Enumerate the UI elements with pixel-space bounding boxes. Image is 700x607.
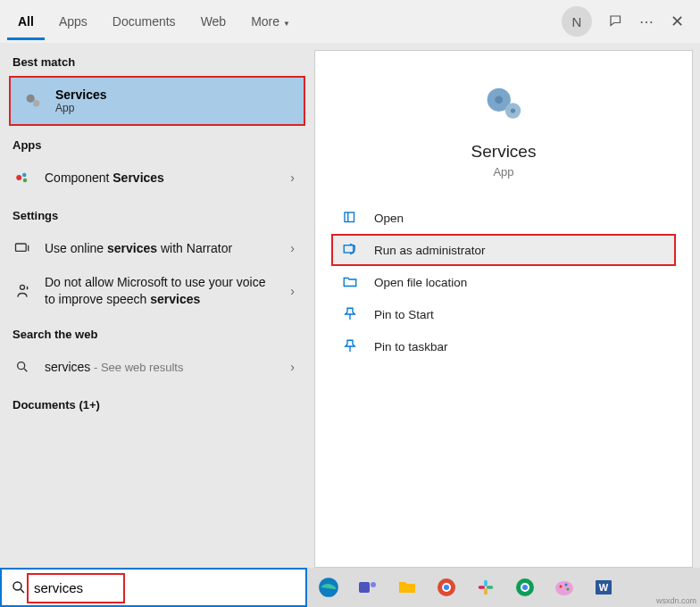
speech-icon xyxy=(12,281,32,301)
result-narrator-services[interactable]: Use online services with Narrator › xyxy=(0,229,307,267)
preview-panel: Services App Open Run as administrator O… xyxy=(314,50,693,568)
search-input[interactable] xyxy=(34,580,296,595)
action-open[interactable]: Open xyxy=(315,202,692,234)
watermark: wsxdn.com xyxy=(656,596,696,605)
preview-title: Services xyxy=(315,142,692,162)
svg-point-7 xyxy=(18,362,25,370)
svg-point-28 xyxy=(555,581,573,595)
section-apps: Apps xyxy=(0,126,307,159)
pin-taskbar-icon xyxy=(342,338,358,354)
svg-rect-16 xyxy=(359,582,370,593)
chevron-right-icon: › xyxy=(290,170,295,185)
section-settings: Settings xyxy=(0,196,307,229)
search-header: All Apps Documents Web More▼ N ⋯ ✕ xyxy=(0,0,700,43)
result-component-services[interactable]: Component Services › xyxy=(0,159,307,196)
svg-point-2 xyxy=(16,175,21,180)
svg-rect-22 xyxy=(479,586,485,589)
taskbar-teams[interactable] xyxy=(350,571,386,603)
tab-more[interactable]: More▼ xyxy=(240,4,301,40)
svg-point-29 xyxy=(560,586,562,588)
svg-text:W: W xyxy=(599,582,609,593)
feedback-icon[interactable] xyxy=(601,13,631,29)
taskbar-slack[interactable] xyxy=(468,571,504,603)
preview-subtitle: App xyxy=(315,165,692,179)
results-panel: Best match Services App Apps Component S… xyxy=(0,43,307,568)
taskbar-chrome[interactable] xyxy=(429,571,464,603)
svg-point-30 xyxy=(565,584,568,586)
taskbar-paint[interactable] xyxy=(546,571,582,603)
svg-rect-5 xyxy=(16,244,27,251)
section-web: Search the web xyxy=(0,315,307,348)
best-match-title: Services xyxy=(55,87,107,102)
chevron-right-icon: › xyxy=(290,241,295,255)
svg-rect-24 xyxy=(487,586,493,589)
services-app-icon xyxy=(479,79,529,129)
tab-documents[interactable]: Documents xyxy=(102,4,187,40)
svg-rect-23 xyxy=(484,588,488,595)
search-icon xyxy=(12,357,32,377)
taskbar: W xyxy=(307,568,700,607)
svg-rect-21 xyxy=(484,580,488,586)
action-pin-start[interactable]: Pin to Start xyxy=(315,298,692,330)
admin-icon xyxy=(342,242,358,258)
open-icon xyxy=(342,210,358,226)
best-match-services[interactable]: Services App xyxy=(9,76,305,126)
search-icon xyxy=(11,579,27,595)
tab-web[interactable]: Web xyxy=(190,4,238,40)
section-documents: Documents (1+) xyxy=(0,386,307,419)
svg-point-31 xyxy=(567,588,570,591)
gear-icon xyxy=(23,91,43,111)
action-open-location[interactable]: Open file location xyxy=(315,266,692,298)
narrator-icon xyxy=(12,238,32,258)
svg-rect-12 xyxy=(345,212,354,222)
svg-point-20 xyxy=(444,585,449,590)
svg-point-1 xyxy=(33,100,39,106)
tab-all[interactable]: All xyxy=(7,4,45,40)
svg-rect-13 xyxy=(344,245,354,253)
svg-point-3 xyxy=(22,173,27,178)
svg-point-17 xyxy=(371,582,376,587)
result-speech-services[interactable]: Do not allow Microsoft to use your voice… xyxy=(0,267,307,315)
filter-tabs: All Apps Documents Web More▼ xyxy=(7,4,301,40)
folder-icon xyxy=(342,274,358,290)
best-match-subtitle: App xyxy=(55,102,107,114)
user-avatar[interactable]: N xyxy=(562,6,592,37)
svg-point-11 xyxy=(511,108,515,112)
section-best-match: Best match xyxy=(0,43,307,76)
taskbar-explorer[interactable] xyxy=(389,571,425,603)
action-run-as-admin[interactable]: Run as administrator xyxy=(331,234,676,266)
taskbar-edge[interactable] xyxy=(311,571,346,603)
action-pin-taskbar[interactable]: Pin to taskbar xyxy=(315,330,692,362)
options-icon[interactable]: ⋯ xyxy=(631,13,662,30)
search-bar[interactable] xyxy=(0,568,307,607)
chevron-right-icon: › xyxy=(290,360,295,374)
close-button[interactable]: ✕ xyxy=(662,12,693,31)
svg-point-10 xyxy=(495,96,503,104)
tab-apps[interactable]: Apps xyxy=(48,4,98,40)
svg-point-6 xyxy=(21,285,25,289)
components-icon xyxy=(12,168,32,187)
result-web-services[interactable]: services - See web results › xyxy=(0,348,307,386)
svg-point-4 xyxy=(23,179,28,183)
svg-point-27 xyxy=(522,585,528,590)
svg-point-14 xyxy=(13,582,21,590)
taskbar-chrome2[interactable] xyxy=(507,571,543,603)
taskbar-word[interactable]: W xyxy=(586,571,621,603)
pin-start-icon xyxy=(342,306,358,322)
svg-point-0 xyxy=(27,95,35,103)
chevron-right-icon: › xyxy=(290,284,295,298)
